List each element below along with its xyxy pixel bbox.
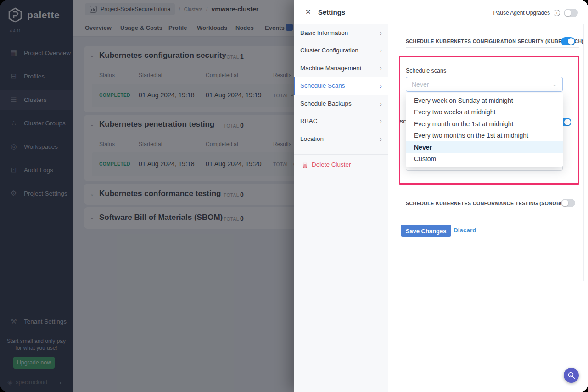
option-every-week[interactable]: Every week on Sunday at midnight <box>406 95 563 106</box>
close-icon[interactable] <box>305 8 311 16</box>
menu-item-location[interactable]: Location <box>294 130 388 148</box>
chevron-right-icon <box>380 29 382 37</box>
schedule-scans-label: Schedule scans <box>406 67 446 74</box>
chevron-right-icon <box>380 82 382 90</box>
panel-title: Settings <box>318 8 345 16</box>
schedule-scans-select[interactable]: Never <box>406 77 563 92</box>
schedule-scans-dropdown: Every week on Sunday at midnight Every t… <box>406 93 563 167</box>
menu-item-label: Cluster Configuration <box>300 47 358 54</box>
trash-icon <box>302 162 308 168</box>
menu-item-basic-information[interactable]: Basic Information <box>294 24 388 42</box>
menu-item-label: Schedule Backups <box>300 100 352 107</box>
menu-item-machine-management[interactable]: Machine Management <box>294 59 388 77</box>
menu-item-label: Basic Information <box>300 29 348 36</box>
chevron-right-icon <box>380 100 382 107</box>
menu-item-schedule-scans[interactable]: Schedule Scans <box>294 77 388 95</box>
chevron-right-icon <box>380 46 382 54</box>
settings-menu: Basic Information Cluster Configuration … <box>294 24 388 392</box>
option-custom[interactable]: Custom <box>406 153 563 165</box>
kube-bench-toggle[interactable] <box>561 37 575 45</box>
option-never[interactable]: Never <box>406 141 563 153</box>
chevron-right-icon <box>380 64 382 72</box>
menu-item-cluster-configuration[interactable]: Cluster Configuration <box>294 42 388 60</box>
delete-cluster-button[interactable]: Delete Cluster <box>294 155 388 175</box>
help-search-fab[interactable] <box>564 368 579 383</box>
select-value: Never <box>412 81 429 88</box>
toggle-knob <box>568 38 574 45</box>
settings-panel: Settings Pause Agent Upgrades Basic Info… <box>294 0 588 392</box>
hidden-section-label-fragment: SC <box>400 119 406 124</box>
pause-agent-toggle[interactable] <box>564 9 578 17</box>
option-every-two-weeks[interactable]: Every two weeks at midnight <box>406 106 563 118</box>
toggle-knob <box>565 10 571 16</box>
menu-item-schedule-backups[interactable]: Schedule Backups <box>294 95 388 112</box>
app-window: palette 4.4.11 Project Overview Profiles… <box>0 0 588 392</box>
chevron-right-icon <box>380 117 382 125</box>
chevron-right-icon <box>380 135 382 143</box>
divider <box>406 47 579 48</box>
toggle-knob <box>564 119 571 125</box>
kube-bench-label: SCHEDULE KUBERNETES CONFIGURATION SECURI… <box>406 39 584 44</box>
delete-cluster-label: Delete Cluster <box>312 161 351 168</box>
magnifier-icon <box>567 371 576 380</box>
pause-agent-upgrades: Pause Agent Upgrades <box>493 9 578 17</box>
divider <box>406 209 579 209</box>
menu-item-label: Machine Management <box>300 65 362 72</box>
panel-scrollbar[interactable] <box>583 24 584 281</box>
option-every-two-months[interactable]: Every two months on the 1st at midnight <box>406 130 563 142</box>
sonobuoy-label: SCHEDULE KUBERNETES CONFORMANCE TESTING … <box>406 201 573 206</box>
sonobuoy-toggle[interactable] <box>561 199 575 207</box>
option-every-month[interactable]: Every month on the 1st at midnight <box>406 118 563 130</box>
toggle-knob <box>562 200 568 206</box>
modal-dim-overlay <box>0 0 294 392</box>
save-changes-button[interactable]: Save Changes <box>401 225 451 237</box>
menu-item-label: Location <box>300 135 324 142</box>
menu-item-label: Schedule Scans <box>300 82 345 89</box>
chevron-down-icon <box>552 81 557 88</box>
pause-agent-label: Pause Agent Upgrades <box>493 10 550 16</box>
discard-button[interactable]: Discard <box>454 227 476 234</box>
info-icon[interactable] <box>554 10 560 16</box>
menu-item-rbac[interactable]: RBAC <box>294 112 388 130</box>
menu-item-label: RBAC <box>300 118 318 124</box>
